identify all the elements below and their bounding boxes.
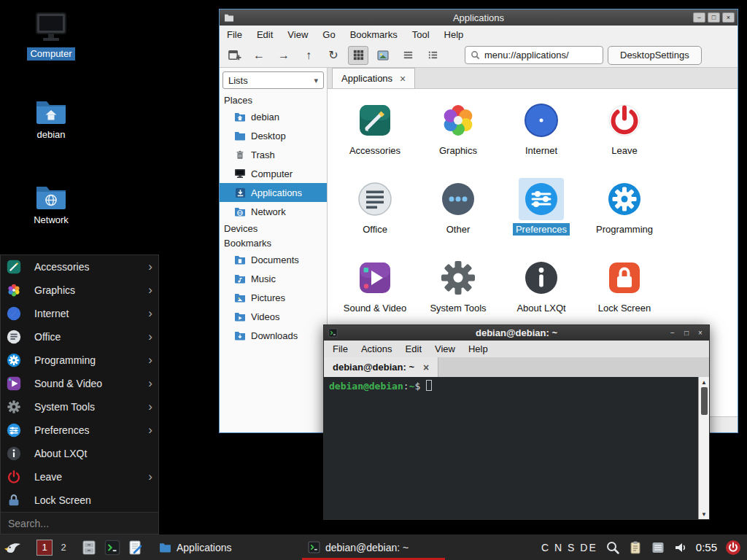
sidebar-mode-combo[interactable]: Lists ▾ <box>222 71 324 89</box>
sidebar-item-computer[interactable]: Computer <box>220 164 327 183</box>
desktop-settings-button[interactable]: DesktopSettings <box>608 46 702 65</box>
app-graphics[interactable]: Graphics <box>417 98 500 176</box>
minimize-button[interactable]: − <box>667 328 678 338</box>
terminal-screen[interactable]: debian@debian:~$ <box>324 377 698 519</box>
menu-item-lock-screen[interactable]: Lock Screen <box>1 489 158 512</box>
app-office[interactable]: Office <box>333 176 417 255</box>
detailed-view-button[interactable] <box>422 46 443 65</box>
sidebar-item-label: Videos <box>251 311 280 322</box>
clipboard-icon[interactable] <box>628 540 643 555</box>
scroll-down-icon[interactable]: ▼ <box>699 509 709 519</box>
back-button[interactable]: ← <box>249 46 269 65</box>
terminal-scrollbar[interactable]: ▲ ▼ <box>698 377 709 519</box>
forward-button[interactable]: → <box>274 46 294 65</box>
terminal-tab[interactable]: debian@debian: ~ × <box>324 357 438 377</box>
task-button-applications[interactable]: Applications <box>153 534 296 560</box>
maximize-button[interactable]: □ <box>681 328 692 338</box>
menu-file[interactable]: File <box>227 29 242 40</box>
app-leave[interactable]: Leave <box>583 98 666 176</box>
menu-item-preferences[interactable]: Preferences › <box>1 419 158 442</box>
file-manager-titlebar[interactable]: Applications − □ × <box>220 9 738 26</box>
menu-actions[interactable]: Actions <box>361 343 392 354</box>
sidebar-item-pictures[interactable]: Pictures <box>220 288 327 307</box>
menu-item-sound-video[interactable]: Sound & Video › <box>1 372 158 395</box>
up-button[interactable]: ↑ <box>298 46 319 65</box>
maximize-button[interactable]: □ <box>708 12 720 23</box>
quicklaunch-terminal[interactable] <box>102 537 123 558</box>
main-menu-button[interactable] <box>0 534 26 560</box>
menu-item-about-lxqt[interactable]: About LXQt <box>1 442 158 465</box>
sidebar-item-downloads[interactable]: Downloads <box>220 326 327 345</box>
menu-view[interactable]: View <box>287 29 308 40</box>
accessories-icon <box>5 258 23 276</box>
quicklaunch-text-editor[interactable] <box>125 537 146 558</box>
keyboard-icon[interactable] <box>651 540 665 555</box>
refresh-button[interactable]: ↻ <box>323 46 344 65</box>
app-programming[interactable]: Programming <box>583 176 666 255</box>
sidebar-item-videos[interactable]: Videos <box>220 307 327 326</box>
tab-applications[interactable]: Applications × <box>332 68 415 88</box>
menu-item-leave[interactable]: Leave › <box>1 465 158 489</box>
close-button[interactable]: × <box>694 328 706 338</box>
programming-icon <box>605 179 644 219</box>
quicklaunch-file-manager[interactable] <box>79 537 99 558</box>
app-preferences[interactable]: Preferences <box>500 176 583 255</box>
scrollbar-thumb[interactable] <box>701 387 708 415</box>
keyboard-state-indicator[interactable]: C N S DE <box>541 542 597 553</box>
app-sound-video[interactable]: Sound & Video <box>333 255 417 334</box>
app-lock-screen[interactable]: Lock Screen <box>583 255 666 334</box>
scroll-up-icon[interactable]: ▲ <box>699 377 709 387</box>
location-bar[interactable]: menu://applications/ <box>465 46 603 64</box>
sidebar-item-documents[interactable]: Documents <box>220 250 327 269</box>
workspace-2-button[interactable]: 2 <box>55 540 71 556</box>
menu-tool[interactable]: Tool <box>412 29 430 40</box>
places-header: Places <box>220 93 327 107</box>
desktop-icon-debian[interactable]: debian <box>18 98 85 141</box>
workspace-1-button[interactable]: 1 <box>36 540 53 556</box>
menu-go[interactable]: Go <box>322 29 335 40</box>
sidebar-item-debian[interactable]: debian <box>220 107 327 126</box>
menu-item-programming[interactable]: Programming › <box>1 349 158 372</box>
sidebar-item-music[interactable]: Music <box>220 269 327 288</box>
menu-item-system-tools[interactable]: System Tools › <box>1 395 158 419</box>
volume-icon[interactable] <box>673 540 688 555</box>
terminal-titlebar[interactable]: debian@debian: ~ − □ × <box>324 325 709 341</box>
menu-item-graphics[interactable]: Graphics › <box>1 279 158 302</box>
new-window-button[interactable] <box>224 46 244 65</box>
menu-help[interactable]: Help <box>444 29 464 40</box>
app-system-tools[interactable]: System Tools <box>417 255 500 334</box>
menu-file[interactable]: File <box>333 343 348 354</box>
menu-edit[interactable]: Edit <box>406 343 422 354</box>
sidebar-item-desktop[interactable]: Desktop <box>220 126 327 145</box>
close-button[interactable]: × <box>722 12 735 23</box>
compact-view-button[interactable] <box>398 46 418 65</box>
sidebar-item-network[interactable]: Network <box>220 202 327 221</box>
app-other[interactable]: Other <box>417 176 500 255</box>
app-about-lxqt[interactable]: About LXQt <box>500 255 583 334</box>
thumbnail-view-button[interactable] <box>373 46 393 65</box>
app-accessories[interactable]: Accessories <box>333 98 417 176</box>
sidebar-item-trash[interactable]: Trash <box>220 145 327 164</box>
menu-item-accessories[interactable]: Accessories › <box>1 255 158 279</box>
menu-view[interactable]: View <box>435 343 455 354</box>
menu-search-input[interactable]: Search... <box>1 512 158 534</box>
magnifier-icon[interactable] <box>605 540 620 555</box>
terminal-icon <box>104 540 120 556</box>
application-menu-popup: Accessories › Graphics › Internet › Offi… <box>0 254 159 534</box>
menu-item-internet[interactable]: Internet › <box>1 302 158 325</box>
menu-edit[interactable]: Edit <box>257 29 273 40</box>
task-button-terminal[interactable]: debian@debian: ~ <box>302 534 445 560</box>
menu-help[interactable]: Help <box>468 343 488 354</box>
app-internet[interactable]: Internet <box>500 98 583 176</box>
tab-close-icon[interactable]: × <box>423 362 429 373</box>
menu-item-office[interactable]: Office › <box>1 325 158 349</box>
minimize-button[interactable]: − <box>693 12 705 23</box>
sidebar-item-applications[interactable]: Applications <box>220 183 327 202</box>
tab-close-icon[interactable]: × <box>400 73 406 85</box>
desktop-icon-network[interactable]: Network <box>18 183 85 227</box>
desktop-icon-computer[interactable]: Computer <box>18 12 85 61</box>
clock[interactable]: 0:55 <box>696 541 717 553</box>
icon-view-button[interactable] <box>348 46 368 65</box>
menu-bookmarks[interactable]: Bookmarks <box>350 29 398 40</box>
power-button[interactable] <box>725 540 741 556</box>
